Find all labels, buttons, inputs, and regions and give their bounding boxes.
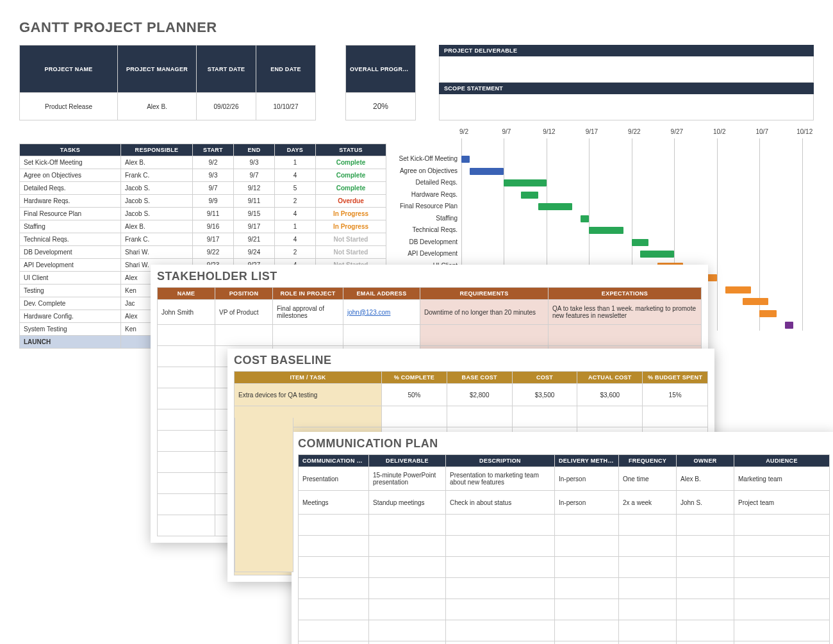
comm-title: COMMUNICATION PLAN: [298, 437, 830, 450]
gantt-bar: [759, 310, 777, 317]
gantt-row: Detailed Reqs.: [461, 178, 811, 190]
gantt-bar: [589, 227, 623, 234]
gantt-row: Hardware Reqs.: [461, 190, 811, 202]
table-row[interactable]: [299, 557, 830, 578]
scope-statement-header: SCOPE STATEMENT: [439, 83, 814, 94]
table-row[interactable]: DB DevelopmentShari W.9/229/242Not Start…: [20, 246, 386, 259]
table-row[interactable]: [299, 599, 830, 620]
table-row[interactable]: Final Resource PlanJacob S.9/119/154In P…: [20, 208, 386, 220]
gantt-bar: [461, 156, 470, 163]
gantt-row: API Development: [461, 249, 811, 261]
gantt-bar: [725, 286, 751, 293]
gantt-bar: [470, 168, 504, 175]
gantt-bar: [504, 179, 546, 186]
gantt-bar: [581, 215, 589, 222]
table-row[interactable]: John SmithVP of ProductFinal approval of…: [158, 300, 702, 325]
table-row[interactable]: Hardware Reqs.Jacob S.9/99/112Overdue: [20, 195, 386, 208]
overall-progress: OVERALL PROGRESS 20%: [345, 45, 416, 120]
table-row[interactable]: Detailed Reqs.Jacob S.9/79/125Complete: [20, 182, 386, 195]
table-row[interactable]: MeetingsStandup meetingsCheck in about s…: [299, 491, 830, 515]
table-row[interactable]: [158, 325, 702, 346]
gantt-row: Final Resource Plan: [461, 201, 811, 213]
table-row[interactable]: [299, 515, 830, 536]
gantt-bar: [640, 251, 674, 258]
gantt-row: Set Kick-Off Meeting: [461, 154, 811, 166]
table-row[interactable]: Agree on ObjectivesFrank C.9/39/74Comple…: [20, 169, 386, 182]
table-row[interactable]: StaffingAlex B.9/169/171In Progress: [20, 220, 386, 233]
gantt-bar: [785, 322, 793, 329]
gantt-bar: [743, 298, 768, 305]
table-row[interactable]: [235, 406, 708, 427]
table-row[interactable]: Extra devices for QA testing50%$2,800$3,…: [235, 384, 708, 406]
cost-item-column-strip: [235, 418, 293, 572]
gantt-bar: [521, 192, 538, 199]
table-row[interactable]: [299, 620, 830, 641]
table-row[interactable]: [299, 578, 830, 599]
table-row[interactable]: Technical Reqs.Frank C.9/179/214Not Star…: [20, 233, 386, 246]
communication-table: COMMUNICATION TYPE DELIVERABLE DESCRIPTI…: [298, 454, 830, 644]
project-deliverable-header: PROJECT DELIVERABLE: [439, 45, 814, 56]
email-link[interactable]: john@123.com: [347, 309, 390, 316]
table-row[interactable]: [299, 536, 830, 557]
table-row[interactable]: Set Kick-Off MeetingAlex B.9/29/31Comple…: [20, 156, 386, 169]
table-row[interactable]: [299, 641, 830, 645]
gantt-bar: [538, 203, 572, 210]
page-title: GANTT PROJECT PLANNER: [19, 19, 814, 36]
cost-title: COST BASELINE: [234, 354, 708, 367]
table-row[interactable]: Presentation15-minute PowerPoint present…: [299, 467, 830, 491]
stakeholder-title: STAKEHOLDER LIST: [157, 270, 702, 283]
gantt-row: Staffing: [461, 213, 811, 226]
project-info-table: PROJECT NAME PROJECT MANAGER START DATE …: [19, 45, 316, 120]
gantt-row: Agree on Objectives: [461, 166, 811, 178]
gantt-row: DB Development: [461, 237, 811, 249]
gantt-bar: [632, 239, 649, 246]
gantt-row: Technical Reqs.: [461, 225, 811, 237]
